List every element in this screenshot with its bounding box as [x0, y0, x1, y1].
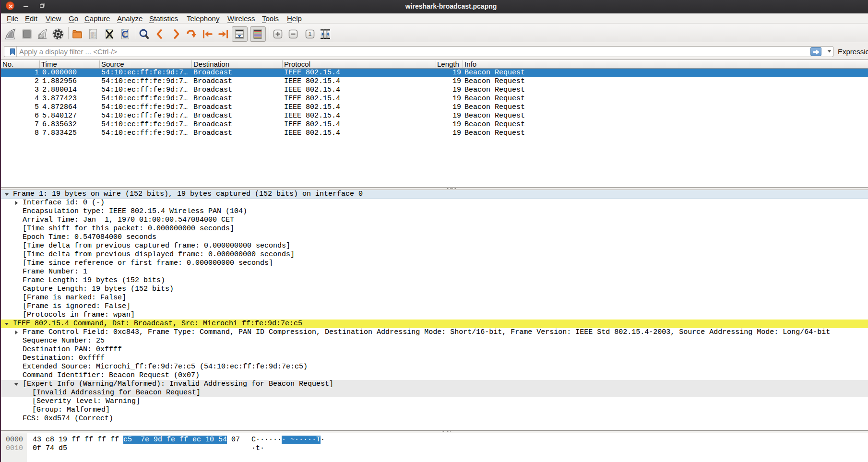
svg-text:0011: 0011: [90, 36, 95, 38]
svg-text:1: 1: [309, 31, 312, 37]
